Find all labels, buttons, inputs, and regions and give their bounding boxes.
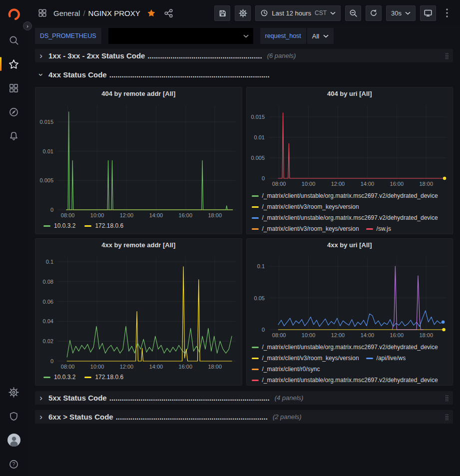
- svg-text:14:00: 14:00: [149, 212, 163, 218]
- legend-item[interactable]: /api/live/ws: [366, 353, 406, 364]
- row-header-1xx-3xx-2xx[interactable]: › 1xx - 3xx - 2xx Status Code ..........…: [35, 49, 453, 62]
- sidebar-item-alerting[interactable]: [0, 124, 27, 148]
- more-options-button[interactable]: [441, 6, 454, 19]
- svg-text:08:00: 08:00: [272, 181, 286, 187]
- panel-title[interactable]: 404 by remote addr [All]: [35, 87, 242, 100]
- request-host-value-text: All: [312, 32, 319, 40]
- request-host-value[interactable]: All: [307, 28, 334, 44]
- panel-404-by-uri: 404 by uri [All] 08:0010:0012:0014:0016:…: [246, 87, 454, 234]
- breadcrumb-separator: /: [83, 9, 85, 17]
- legend-item[interactable]: 172.18.0.6: [84, 222, 123, 229]
- sidebar-item-explore[interactable]: [0, 100, 27, 124]
- row-header-4xx[interactable]: › 4xx Status Code ......................…: [35, 68, 453, 81]
- legend-swatch: [252, 369, 259, 370]
- svg-text:08:00: 08:00: [61, 364, 75, 370]
- legend-item[interactable]: /_matrix/client/unstable/org.matrix.msc2…: [252, 375, 438, 385]
- legend-item[interactable]: /_matrix/client/v3/room_keys/version: [252, 201, 359, 212]
- sidebar-item-help[interactable]: ?: [0, 452, 27, 476]
- sidebar-item-server-admin[interactable]: [0, 404, 27, 428]
- save-dashboard-button[interactable]: [214, 5, 230, 21]
- row-header-5xx[interactable]: › 5xx Status Code ......................…: [35, 391, 453, 405]
- svg-text:0.04: 0.04: [43, 318, 53, 324]
- legend-item[interactable]: /_matrix/client/unstable/org.matrix.msc2…: [252, 342, 438, 353]
- zoom-out-icon: [349, 9, 358, 17]
- share-button[interactable]: [162, 6, 175, 19]
- request-host-label[interactable]: request_host: [260, 28, 306, 44]
- variables-bar: DS_PROMETHEUS request_host All: [27, 26, 460, 46]
- legend-item[interactable]: /_matrix/client/v3/room_keys/version: [252, 353, 359, 364]
- drag-handle-icon[interactable]: ⣿: [445, 395, 449, 402]
- sidebar-item-dashboards[interactable]: [0, 76, 27, 100]
- refresh-button[interactable]: [366, 5, 382, 21]
- row-panel-count: (4 panels): [275, 394, 304, 402]
- legend-item[interactable]: /_matrix/client/unstable/org.matrix.msc2…: [252, 212, 438, 223]
- drag-handle-icon[interactable]: ⣿: [445, 414, 449, 421]
- svg-text:18:00: 18:00: [419, 181, 433, 187]
- row-title: 5xx Status Code: [48, 394, 107, 402]
- row-title: 6xx > Status Code: [48, 413, 113, 421]
- legend-item[interactable]: 10.0.3.2: [43, 222, 75, 229]
- expand-sidebar-button[interactable]: ›: [23, 21, 32, 30]
- sidebar-item-search[interactable]: [0, 28, 27, 52]
- svg-text:08:00: 08:00: [61, 212, 75, 218]
- svg-text:0.01: 0.01: [254, 134, 264, 140]
- panel-4xx-by-uri: 4xx by uri [All] 08:0010:0012:0014:0016:…: [246, 238, 454, 386]
- legend-swatch: [84, 377, 91, 378]
- avatar: [7, 434, 20, 447]
- time-series-chart[interactable]: 08:0010:0012:0014:0016:0018:0000.0050.01…: [35, 100, 242, 220]
- legend-swatch: [252, 380, 259, 381]
- legend-item[interactable]: /sw.js: [366, 223, 391, 234]
- legend-item[interactable]: /_matrix/client/v3/room_keys/version: [252, 223, 359, 234]
- legend-swatch: [252, 347, 259, 348]
- legend-item[interactable]: /_matrix/client/unstable/org.matrix.msc2…: [252, 190, 438, 201]
- bell-icon: [8, 131, 19, 141]
- legend-swatch: [366, 358, 373, 359]
- panel-404-by-remote-addr: 404 by remote addr [All] 08:0010:0012:00…: [35, 87, 242, 234]
- row-dots: ........................................…: [147, 51, 262, 60]
- svg-text:12:00: 12:00: [120, 364, 134, 370]
- legend-swatch: [366, 228, 373, 230]
- chevron-right-icon: ›: [37, 413, 45, 421]
- breadcrumb-section[interactable]: General: [53, 9, 80, 17]
- legend-swatch: [252, 228, 259, 230]
- sidebar-item-configuration[interactable]: [0, 380, 27, 404]
- svg-text:0.1: 0.1: [46, 259, 53, 265]
- legend-item[interactable]: /_matrix/client/r0/sync: [252, 364, 320, 375]
- monitor-icon: [424, 8, 433, 17]
- time-picker-button[interactable]: Last 12 hours CST: [255, 5, 341, 21]
- legend-swatch: [252, 206, 259, 208]
- svg-text:14:00: 14:00: [149, 364, 163, 370]
- svg-text:0.01: 0.01: [43, 148, 53, 154]
- panel-title[interactable]: 404 by uri [All]: [247, 87, 453, 100]
- ds-prometheus-value[interactable]: [108, 28, 253, 44]
- svg-text:12:00: 12:00: [120, 212, 134, 218]
- legend-swatch: [252, 358, 259, 359]
- kiosk-mode-button[interactable]: [420, 5, 436, 21]
- sidebar-item-profile[interactable]: [0, 428, 27, 452]
- dashboard-content: › 1xx - 3xx - 2xx Status Code ..........…: [27, 46, 460, 476]
- row-panel-count: (6 panels): [267, 52, 296, 59]
- legend-item[interactable]: 172.18.0.6: [84, 374, 123, 381]
- ds-prometheus-label[interactable]: DS_PROMETHEUS: [35, 28, 101, 44]
- legend-item[interactable]: 10.0.3.2: [43, 374, 75, 381]
- chart-legend: /_matrix/client/unstable/org.matrix.msc2…: [247, 340, 453, 385]
- dashboard-settings-button[interactable]: [235, 5, 251, 21]
- panel-title[interactable]: 4xx by uri [All]: [247, 239, 453, 252]
- legend-swatch: [252, 217, 259, 219]
- sidebar-item-starred[interactable]: [0, 52, 27, 76]
- row-dots: ........................................…: [109, 70, 270, 79]
- row-header-6xx[interactable]: › 6xx > Status Code ....................…: [35, 410, 453, 424]
- time-series-chart[interactable]: 08:0010:0012:0014:0016:0018:0000.0050.01…: [247, 100, 453, 188]
- time-zone-label: CST: [315, 9, 327, 16]
- zoom-out-button[interactable]: [345, 5, 361, 21]
- legend-swatch: [84, 225, 91, 227]
- svg-text:0.06: 0.06: [43, 299, 53, 305]
- star-dashboard-button[interactable]: [145, 6, 158, 19]
- row-dots: ........................................…: [109, 394, 270, 402]
- refresh-interval-dropdown[interactable]: 30s: [386, 5, 416, 21]
- panel-4xx-by-remote-addr: 4xx by remote addr [All] 08:0010:0012:00…: [35, 238, 242, 386]
- drag-handle-icon[interactable]: ⣿: [445, 52, 449, 59]
- time-series-chart[interactable]: 08:0010:0012:0014:0016:0018:0000.020.040…: [35, 252, 242, 371]
- panel-title[interactable]: 4xx by remote addr [All]: [35, 239, 242, 252]
- time-series-chart[interactable]: 08:0010:0012:0014:0016:0018:0000.050.1: [247, 252, 453, 340]
